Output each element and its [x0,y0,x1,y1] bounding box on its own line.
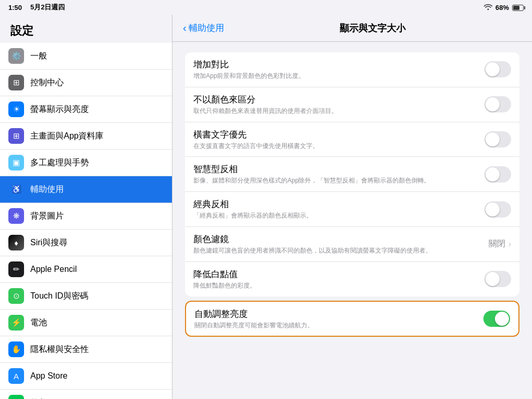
toggle-thumb-classic-invert [485,202,500,216]
sidebar-item-display[interactable]: ☀螢幕顯示與亮度 [0,96,172,123]
right-panel: ‹ 輔助使用 顯示與文字大小 增加對比增加App前景和背景顏色的色彩對比度。不以… [172,15,532,399]
setting-desc-no-color-diff: 取代只仰賴顏色來表達替用資訊的使用者介面項目。 [193,107,478,116]
sidebar-item-siri[interactable]: ♦Siri與搜尋 [0,230,172,256]
setting-row-classic-invert: 經典反相「經典反相」會將顯示器的顏色反相顯示。 [185,192,519,227]
setting-right-smart-invert [484,166,511,183]
setting-content-smart-invert: 智慧型反相影像、媒體和部分使用深色樣式的App除外，「智慧型反相」會將顯示器的顏… [193,163,478,185]
privacy-icon: ✋ [8,341,24,357]
toggle-auto-brightness[interactable] [483,311,510,327]
highlighted-group-auto-brightness: 自動調整亮度關閉自動調整亮度可能會影響電池續航力。 [185,301,519,337]
setting-content-reduce-white: 降低白點值降低鮮豔顏色的彩度。 [193,268,478,290]
sidebar-item-pencil[interactable]: ✏Apple Pencil [0,256,172,283]
setting-title-no-color-diff: 不以顏色來區分 [193,94,478,106]
control-center-label: 控制中心 [30,77,64,88]
battery-icon [512,4,524,12]
sidebar-item-privacy[interactable]: ✋隱私權與安全性 [0,336,172,363]
wallet-icon: ▬ [8,395,24,399]
sidebar-item-general[interactable]: ⚙️一般 [0,43,172,70]
toggle-thumb-auto-brightness [495,312,509,326]
sidebar-item-wallpaper[interactable]: ❋背景圖片 [0,203,172,230]
display-label: 螢幕顯示與亮度 [30,104,89,115]
appstore-label: App Store [30,371,67,381]
setting-desc-reduce-white: 降低鮮豔顏色的彩度。 [193,281,478,290]
battery-icon: ⚡ [8,315,24,330]
accessibility-label: 輔助使用 [30,184,64,195]
setting-value-color-filter: 關閉 [489,238,505,249]
homescreen-label: 主畫面與App資料庫 [30,131,103,142]
setting-desc-classic-invert: 「經典反相」會將顯示器的顏色反相顯示。 [193,211,478,220]
pencil-label: Apple Pencil [30,265,77,274]
status-time: 1:50 [8,4,22,12]
setting-row-smart-invert: 智慧型反相影像、媒體和部分使用深色樣式的App除外，「智慧型反相」會將顯示器的顏… [185,157,519,192]
multitask-label: 多工處理與手勢 [30,157,89,168]
siri-icon: ♦ [8,235,24,250]
sidebar-item-accessibility[interactable]: ♿輔助使用 [0,176,172,203]
general-label: 一般 [30,51,47,62]
sidebar-title: 設定 [0,15,172,43]
content-area: 增加對比增加App前景和背景顏色的色彩對比度。不以顏色來區分取代只仰賴顏色來表達… [172,42,532,399]
setting-row-no-color-diff: 不以顏色來區分取代只仰賴顏色來表達替用資訊的使用者介面項目。 [185,87,519,122]
sidebar-item-control-center[interactable]: ⊞控制中心 [0,70,172,96]
back-chevron-icon: ‹ [183,22,187,34]
touchid-icon: ⊙ [8,288,24,304]
toggle-thumb-landscape-text [485,132,500,146]
setting-desc-color-filter: 顏色濾鏡可讓色盲的使用者辨識不同的顏色，以及協助有閱讀螢幕文字障礙的使用者。 [193,246,482,255]
setting-right-color-filter: 關閉› [489,238,511,249]
sidebar-item-touchid[interactable]: ⊙Touch ID與密碼 [0,283,172,310]
sidebar-list: ⚙️一般⊞控制中心☀螢幕顯示與亮度⊞主畫面與App資料庫▣多工處理與手勢♿輔助使… [0,43,172,399]
setting-row-increase-contrast: 增加對比增加App前景和背景顏色的色彩對比度。 [185,52,519,87]
setting-row-landscape-text: 橫書文字優先在支援直書文字的語言中優先使用橫書文字。 [185,122,519,157]
main-layout: 設定 ⚙️一般⊞控制中心☀螢幕顯示與亮度⊞主畫面與App資料庫▣多工處理與手勢♿… [0,15,532,399]
setting-right-increase-contrast [484,61,511,77]
setting-right-no-color-diff [484,96,511,112]
control-center-icon: ⊞ [8,75,24,90]
setting-desc-auto-brightness: 關閉自動調整亮度可能會影響電池續航力。 [194,321,477,330]
setting-right-reduce-white [484,271,511,287]
appstore-icon: A [8,368,24,384]
sidebar-item-homescreen[interactable]: ⊞主畫面與App資料庫 [0,123,172,150]
setting-content-classic-invert: 經典反相「經典反相」會將顯示器的顏色反相顯示。 [193,198,478,220]
touchid-label: Touch ID與密碼 [30,291,88,302]
setting-title-color-filter: 顏色濾鏡 [193,233,482,245]
setting-title-reduce-white: 降低白點值 [193,268,478,280]
siri-label: Siri與搜尋 [30,237,67,248]
toggle-classic-invert[interactable] [484,201,511,218]
sidebar-item-multitask[interactable]: ▣多工處理與手勢 [0,150,172,176]
toggle-thumb-smart-invert [485,167,500,181]
battery-label: 電池 [30,317,47,328]
status-bar: 1:50 5月2日週四 68% [0,0,532,15]
toggle-reduce-white[interactable] [484,271,511,287]
setting-title-auto-brightness: 自動調整亮度 [194,308,477,320]
setting-desc-increase-contrast: 增加App前景和背景顏色的色彩對比度。 [193,72,478,81]
setting-title-classic-invert: 經典反相 [193,198,478,210]
toggle-no-color-diff[interactable] [484,96,511,112]
status-right: 68% [484,4,524,12]
toggle-landscape-text[interactable] [484,131,511,147]
battery-percent: 68% [495,4,509,12]
back-label: 輔助使用 [189,22,224,34]
setting-content-auto-brightness: 自動調整亮度關閉自動調整亮度可能會影響電池續航力。 [194,308,477,330]
setting-row-auto-brightness: 自動調整亮度關閉自動調整亮度可能會影響電池續航力。 [186,302,518,336]
setting-content-landscape-text: 橫書文字優先在支援直書文字的語言中優先使用橫書文字。 [193,129,478,151]
sidebar-item-wallet[interactable]: ▬錢包 [0,390,172,399]
setting-title-landscape-text: 橫書文字優先 [193,129,478,141]
setting-content-no-color-diff: 不以顏色來區分取代只仰賴顏色來表達替用資訊的使用者介面項目。 [193,94,478,116]
setting-row-reduce-white: 降低白點值降低鮮豔顏色的彩度。 [185,262,519,297]
setting-right-auto-brightness [483,311,510,327]
homescreen-icon: ⊞ [8,128,24,144]
setting-group-main: 增加對比增加App前景和背景顏色的色彩對比度。不以顏色來區分取代只仰賴顏色來表達… [185,52,519,297]
toggle-increase-contrast[interactable] [484,61,511,77]
sidebar: 設定 ⚙️一般⊞控制中心☀螢幕顯示與亮度⊞主畫面與App資料庫▣多工處理與手勢♿… [0,15,172,399]
back-button[interactable]: ‹ 輔助使用 [183,22,224,34]
setting-row-color-filter[interactable]: 顏色濾鏡顏色濾鏡可讓色盲的使用者辨識不同的顏色，以及協助有閱讀螢幕文字障礙的使用… [185,227,519,262]
wallpaper-icon: ❋ [8,208,24,224]
toggle-smart-invert[interactable] [484,166,511,183]
status-left: 1:50 5月2日週四 [8,3,65,12]
sidebar-item-appstore[interactable]: AApp Store [0,363,172,390]
status-date: 5月2日週四 [30,3,65,12]
setting-right-landscape-text [484,131,511,147]
toggle-thumb-increase-contrast [485,62,500,76]
setting-arrow-color-filter: › [508,240,511,249]
sidebar-item-battery[interactable]: ⚡電池 [0,310,172,336]
privacy-label: 隱私權與安全性 [30,344,89,355]
